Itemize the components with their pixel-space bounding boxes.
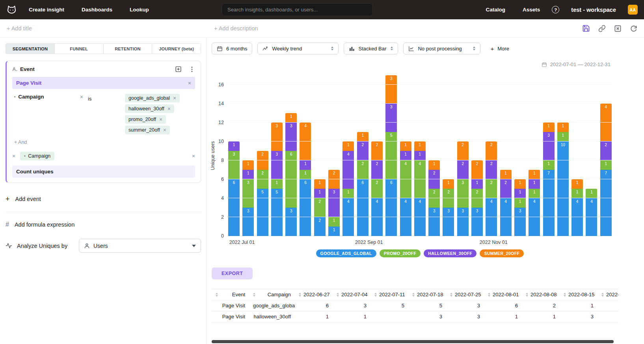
aggregation-row[interactable]: Count uniques xyxy=(12,165,195,178)
remove-breakdown-icon[interactable]: × xyxy=(12,153,15,159)
bar-2022-06-27[interactable]: 136 xyxy=(228,141,240,236)
bar-segment-halloween_30off[interactable]: 2 xyxy=(486,160,497,179)
bar-segment-halloween_30off[interactable]: 2 xyxy=(500,179,512,198)
bar-segment-summer_20off[interactable]: 2 xyxy=(328,170,340,189)
column-header-2022-07-04[interactable]: 2022-07-04 xyxy=(333,289,370,300)
bar-2022-09-05[interactable]: 2224 xyxy=(371,141,383,236)
bar-segment-promo_20off[interactable]: 1 xyxy=(557,132,569,141)
bar-segment-summer_20off[interactable]: 1 xyxy=(557,123,569,132)
legend-item-promo-20off[interactable]: PROMO_20OFF xyxy=(380,249,421,257)
column-header-2022-07-25[interactable]: 2022-07-25 xyxy=(446,289,484,300)
bar-segment-google_ads_global[interactable]: 4 xyxy=(586,198,597,236)
bar-segment-promo_20off[interactable]: 2 xyxy=(443,189,454,208)
bar-segment-promo_20off[interactable]: 1 xyxy=(529,189,540,198)
nav-item-lookup[interactable]: Lookup xyxy=(130,7,149,13)
app-logo[interactable] xyxy=(6,4,17,15)
sort-icon[interactable] xyxy=(564,293,566,297)
avatar[interactable]: AA xyxy=(628,5,638,15)
bar-2022-07-25[interactable]: 1363 xyxy=(285,113,297,236)
bar-segment-promo_20off[interactable]: 1 xyxy=(328,217,340,227)
column-header-2022-08-01[interactable]: 2022-08-01 xyxy=(484,289,522,300)
bar-segment-summer_20off[interactable]: 1 xyxy=(414,141,426,151)
bar-segment-google_ads_global[interactable]: 3 xyxy=(242,208,254,236)
bar-segment-google_ads_global[interactable]: 1 xyxy=(328,227,340,236)
bar-segment-halloween_30off[interactable]: 3 xyxy=(385,104,397,132)
column-header-2022-06-27[interactable]: 2022-06-27 xyxy=(295,289,333,300)
bar-2022-12-19[interactable]: 14 xyxy=(586,189,597,236)
bar-segment-promo_20off[interactable]: 2 xyxy=(314,198,326,217)
add-and-condition-button[interactable]: + And xyxy=(14,139,195,145)
bar-segment-summer_20off[interactable]: 4 xyxy=(300,123,311,160)
bar-segment-promo_20off[interactable]: 2 xyxy=(257,170,268,189)
help-icon[interactable]: ? xyxy=(552,6,559,13)
bar-segment-promo_20off[interactable]: 2 xyxy=(357,160,369,179)
workspace-name[interactable]: test - workspace xyxy=(571,7,616,13)
bar-segment-promo_20off[interactable]: 4 xyxy=(400,160,411,198)
refresh-icon[interactable] xyxy=(630,25,637,32)
bar-segment-summer_20off[interactable]: 1 xyxy=(285,113,297,123)
bar-segment-google_ads_global[interactable]: 3 xyxy=(428,208,440,236)
selected-event-row[interactable]: Page Visit × xyxy=(12,77,195,89)
bar-segment-promo_20off[interactable]: 3 xyxy=(228,151,240,179)
bar-segment-summer_20off[interactable]: 1 xyxy=(543,123,555,132)
bar-segment-google_ads_global[interactable]: 10 xyxy=(557,141,569,236)
bar-segment-promo_20off[interactable]: 1 xyxy=(600,160,612,170)
legend-item-halloween-30off[interactable]: HALLOWEEN_30OFF xyxy=(424,249,476,257)
bar-segment-google_ads_global[interactable]: 6 xyxy=(300,179,311,236)
nav-item-assets[interactable]: Assets xyxy=(523,7,540,13)
filter-operator[interactable]: is xyxy=(88,96,125,102)
bar-segment-summer_20off[interactable]: 3 xyxy=(271,123,283,151)
bar-segment-summer_20off[interactable]: 1 xyxy=(400,141,411,151)
bar-2022-08-22[interactable]: 1414 xyxy=(342,141,354,236)
bar-segment-google_ads_global[interactable]: 2 xyxy=(314,217,326,236)
bar-2022-09-26[interactable]: 1144 xyxy=(414,141,426,236)
nav-item-dashboards[interactable]: Dashboards xyxy=(82,7,112,13)
card-menu-icon[interactable]: ⋮ xyxy=(189,66,195,73)
nav-item-create-insight[interactable]: Create insight xyxy=(29,7,64,13)
bar-segment-google_ads_global[interactable]: 3 xyxy=(443,208,454,236)
analyze-by-select[interactable]: Users xyxy=(79,239,201,253)
tab-segmentation[interactable]: SEGMENTATION xyxy=(6,44,55,54)
sort-icon[interactable] xyxy=(216,293,218,297)
bar-segment-promo_20off[interactable]: 1 xyxy=(586,189,597,198)
bar-2022-08-01[interactable]: 4116 xyxy=(300,123,311,236)
bar-2022-11-07[interactable]: 124 xyxy=(500,170,512,236)
add-description-button[interactable]: + Add description xyxy=(214,25,258,32)
bar-2022-07-11[interactable]: 225 xyxy=(257,151,268,236)
column-header-2022-07-18[interactable]: 2022-07-18 xyxy=(408,289,446,300)
add-to-card-icon[interactable] xyxy=(175,66,182,73)
bar-2022-09-12[interactable]: 3356 xyxy=(385,75,397,236)
bar-segment-promo_20off[interactable]: 2 xyxy=(371,179,383,198)
bar-2022-12-12[interactable]: 114 xyxy=(571,179,583,236)
bar-segment-summer_20off[interactable]: 1 xyxy=(314,179,326,189)
sort-icon[interactable] xyxy=(601,293,604,297)
bar-segment-halloween_30off[interactable]: 1 xyxy=(300,160,311,170)
add-title-button[interactable]: + Add title xyxy=(7,25,32,32)
bar-segment-halloween_30off[interactable]: 1 xyxy=(242,170,254,179)
bar-2022-10-17[interactable]: 2233 xyxy=(457,141,469,236)
remove-filter-value-icon[interactable]: × xyxy=(159,117,162,122)
bar-segment-halloween_30off[interactable]: 3 xyxy=(271,151,283,179)
bar-segment-halloween_30off[interactable]: 3 xyxy=(543,132,555,160)
legend-item-google-ads-global[interactable]: GOOGLE_ADS_GLOBAL xyxy=(316,249,376,257)
filter-property[interactable]: Campaign xyxy=(18,94,44,100)
remove-filter-value-icon[interactable]: × xyxy=(163,127,166,133)
remove-filter-icon[interactable]: × xyxy=(80,94,83,100)
bar-segment-halloween_30off[interactable]: 1 xyxy=(471,179,483,189)
bar-segment-promo_20off[interactable]: 4 xyxy=(414,160,426,198)
bar-2022-11-21[interactable]: 1114 xyxy=(529,170,540,236)
filter-value-chip-halloween-30off[interactable]: halloween_30off× xyxy=(125,104,174,113)
bar-segment-summer_20off[interactable]: 1 xyxy=(428,160,440,170)
filter-value-chip-google-ads-global[interactable]: google_ads_global× xyxy=(125,94,180,102)
bar-segment-summer_20off[interactable]: 3 xyxy=(385,75,397,104)
remove-filter-value-icon[interactable]: × xyxy=(168,106,171,112)
bar-segment-google_ads_global[interactable]: 4 xyxy=(414,198,426,236)
bar-segment-google_ads_global[interactable]: 7 xyxy=(600,170,612,236)
remove-filter-value-icon[interactable]: × xyxy=(173,95,176,101)
bar-segment-google_ads_global[interactable]: 4 xyxy=(400,198,411,236)
bar-segment-google_ads_global[interactable]: 6 xyxy=(385,179,397,236)
bar-segment-promo_20off[interactable]: 2 xyxy=(486,179,497,198)
bar-segment-summer_20off[interactable]: 2 xyxy=(371,141,383,160)
save-icon[interactable] xyxy=(582,24,590,32)
tab-retention[interactable]: RETENTION xyxy=(104,44,153,54)
